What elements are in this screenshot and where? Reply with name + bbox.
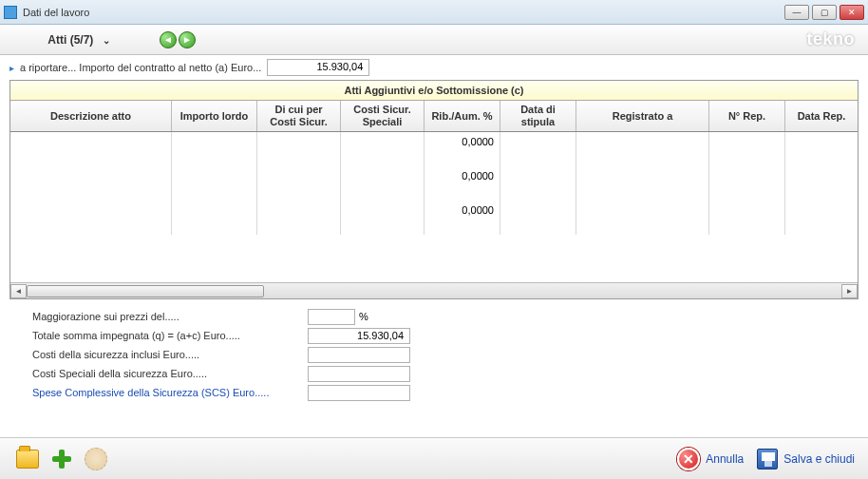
nav-bar: Atti (5/7) ⌄ ◄ ► tekno <box>0 25 868 55</box>
horizontal-scrollbar[interactable]: ◄ ► <box>10 282 858 298</box>
table-row[interactable]: 0,0000 <box>10 201 858 235</box>
col-data-rep[interactable]: Data Rep. <box>785 101 858 131</box>
sum-label-scs-link[interactable]: Spese Complessive della Sicurezza (SCS) … <box>32 387 308 398</box>
table-body[interactable]: 0,0000 0,0000 0,0000 <box>10 132 858 282</box>
cell-rib: 0,0000 <box>425 166 500 201</box>
table-row[interactable]: 0,0000 <box>10 132 858 166</box>
col-costi-sicur[interactable]: Di cui per Costi Sicur. <box>257 101 341 131</box>
sum-unit-percent: % <box>359 311 368 322</box>
nav-title[interactable]: Atti (5/7) ⌄ <box>8 33 150 47</box>
sum-label-totale: Totale somma impegnata (q) = (a+c) Euro.… <box>32 330 308 341</box>
sum-val-costi-inclusi <box>308 347 410 363</box>
sum-val-totale: 15.930,04 <box>308 328 410 344</box>
app-icon <box>4 6 17 19</box>
col-n-rep[interactable]: N° Rep. <box>709 101 785 131</box>
subheader-value: 15.930,04 <box>267 59 369 76</box>
save-close-button[interactable]: Salva e chiudi <box>757 449 855 469</box>
chevron-down-icon: ⌄ <box>103 35 110 46</box>
atti-table: Atti Aggiuntivi e/o Sottomissione (c) De… <box>9 80 859 299</box>
save-label: Salva e chiudi <box>783 452 855 466</box>
col-importo-lordo[interactable]: Importo lordo <box>172 101 257 131</box>
cancel-label: Annulla <box>706 452 744 466</box>
brand-logo: tekno <box>806 29 855 49</box>
sum-label-costi-speciali: Costi Speciali della sicurezza Euro..... <box>32 368 308 379</box>
subheader-label: a riportare... Importo del contratto al … <box>20 62 261 73</box>
scroll-thumb[interactable] <box>27 285 264 297</box>
sum-label-maggiorazione: Maggiorazione sui prezzi del..... <box>32 311 308 322</box>
sum-label-costi-inclusi: Costi della sicurezza inclusi Euro..... <box>32 349 308 360</box>
scroll-right-button[interactable]: ► <box>841 284 858 298</box>
sum-val-scs <box>308 385 410 401</box>
nav-title-text: Atti (5/7) <box>47 33 93 47</box>
folder-icon <box>16 450 39 469</box>
col-costi-speciali[interactable]: Costi Sicur. Speciali <box>341 101 425 131</box>
plus-icon <box>51 449 72 469</box>
add-button[interactable] <box>47 445 76 473</box>
summary-block: Maggiorazione sui prezzi del..... % Tota… <box>32 307 859 402</box>
col-rib-aum[interactable]: Rib./Aum. % <box>425 101 500 131</box>
maximize-button[interactable]: ▢ <box>812 5 837 20</box>
cell-rib: 0,0000 <box>425 132 500 166</box>
nav-next-button[interactable]: ► <box>179 31 196 48</box>
cancel-button[interactable]: ✕ Annulla <box>677 448 744 470</box>
save-icon <box>757 449 778 469</box>
cell-rib: 0,0000 <box>425 201 500 235</box>
col-registrato[interactable]: Registrato a <box>576 101 709 131</box>
scroll-track[interactable] <box>27 284 463 298</box>
table-header-row: Descrizione atto Importo lordo Di cui pe… <box>10 101 858 132</box>
arrow-right-icon: ▸ <box>9 63 14 73</box>
nav-prev-button[interactable]: ◄ <box>160 31 177 48</box>
stamp-button[interactable] <box>82 445 110 473</box>
subheader-row: ▸ a riportare... Importo del contratto a… <box>9 59 859 76</box>
sum-val-costi-speciali <box>308 366 410 382</box>
col-descrizione[interactable]: Descrizione atto <box>10 101 172 131</box>
sum-val-maggiorazione[interactable] <box>308 309 355 325</box>
scroll-left-button[interactable]: ◄ <box>10 284 27 298</box>
stamp-icon <box>85 448 107 470</box>
footer-toolbar: ✕ Annulla Salva e chiudi <box>0 437 868 479</box>
table-title: Atti Aggiuntivi e/o Sottomissione (c) <box>10 81 858 101</box>
window-title: Dati del lavoro <box>23 7 784 18</box>
window-titlebar: Dati del lavoro — ▢ ✕ <box>0 0 868 25</box>
cancel-icon: ✕ <box>677 448 700 470</box>
minimize-button[interactable]: — <box>784 5 809 20</box>
open-folder-button[interactable] <box>13 445 42 473</box>
table-row[interactable]: 0,0000 <box>10 166 858 201</box>
col-data-stipula[interactable]: Data di stipula <box>500 101 576 131</box>
close-button[interactable]: ✕ <box>840 5 864 20</box>
